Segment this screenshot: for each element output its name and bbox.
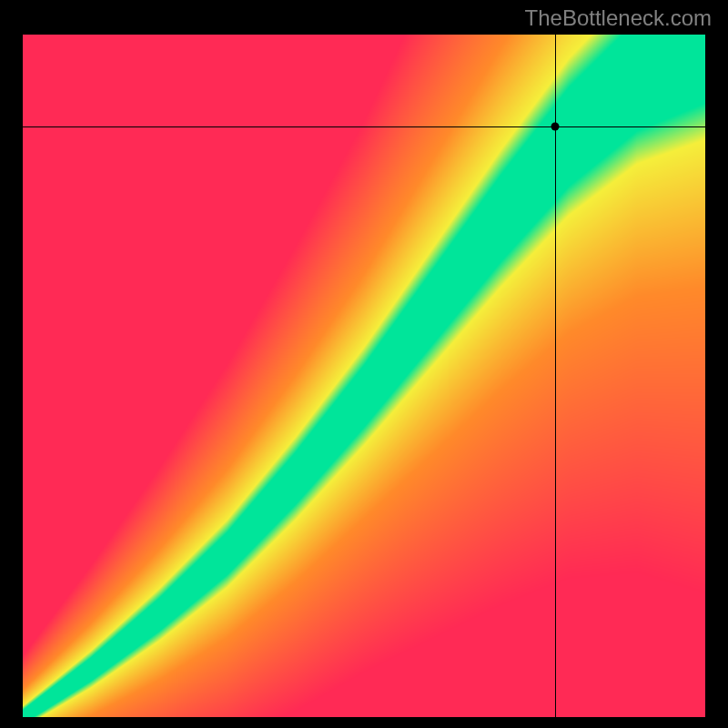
attribution-text: TheBottleneck.com bbox=[525, 5, 712, 31]
crosshair-horizontal bbox=[23, 126, 705, 127]
heatmap-plot bbox=[23, 35, 705, 717]
crosshair-vertical bbox=[555, 35, 556, 717]
crosshair-marker bbox=[551, 123, 560, 131]
heatmap-canvas bbox=[23, 35, 705, 717]
